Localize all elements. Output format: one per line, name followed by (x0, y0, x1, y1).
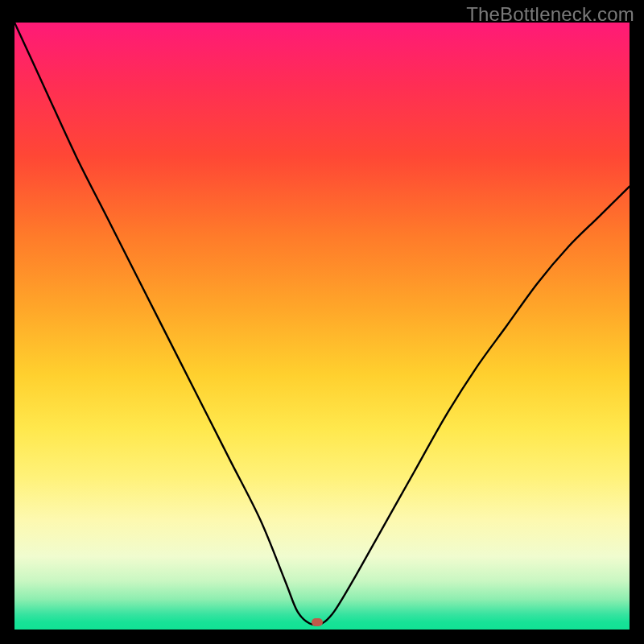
bottleneck-curve (14, 23, 630, 630)
chart-frame: TheBottleneck.com (0, 0, 644, 644)
optimal-marker-icon (312, 618, 323, 626)
watermark-text: TheBottleneck.com (466, 3, 634, 26)
plot-area (14, 23, 630, 630)
